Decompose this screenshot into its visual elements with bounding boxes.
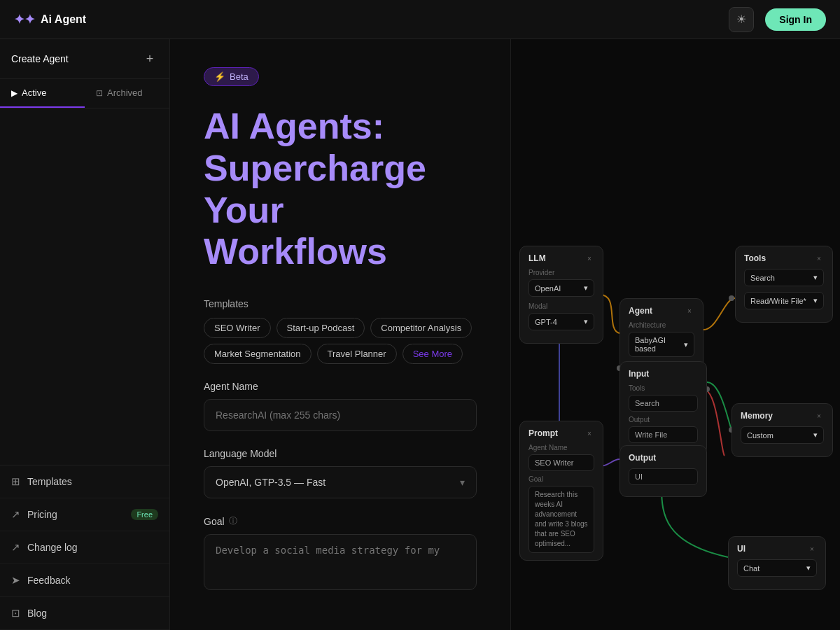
logo-icon: ✦✦ — [14, 12, 35, 27]
provider-label: Provider — [528, 269, 594, 276]
prompt-close-button[interactable]: × — [584, 428, 594, 438]
search-tool-value: Search — [750, 274, 775, 282]
memory-card-title: Memory — [741, 411, 773, 421]
template-tag-travel[interactable]: Travel Planner — [317, 344, 397, 364]
tools-card-title: Tools — [744, 253, 766, 263]
sidebar-item-templates[interactable]: ⊞ Templates — [0, 465, 169, 498]
modal-select[interactable]: GPT-4 ▾ — [528, 313, 594, 330]
provider-value: OpenAI — [535, 284, 561, 293]
svg-point-2 — [729, 295, 734, 301]
memory-close-button[interactable]: × — [814, 411, 824, 421]
prompt-goal-label: Goal — [528, 475, 594, 483]
sidebar-item-feedback[interactable]: ➤ Feedback — [0, 564, 169, 597]
prompt-agent-name-label: Agent Name — [528, 444, 594, 451]
ui-card-title: UI — [737, 544, 746, 554]
sidebar-item-changelog[interactable]: ↗ Change log — [0, 531, 169, 564]
goal-info-icon: ⓘ — [229, 515, 237, 527]
memory-type-select[interactable]: Custom ▾ — [741, 426, 824, 444]
right-panel: LLM × Provider OpenAI ▾ Modal GPT-4 ▾ To… — [511, 39, 840, 630]
beta-icon: ⚡ — [214, 71, 225, 82]
hero-title: AI Agents: Supercharge Your Workflows — [204, 106, 477, 273]
sidebar-header: Create Agent + — [0, 39, 169, 79]
feedback-icon: ➤ — [11, 574, 20, 587]
sidebar-item-blog[interactable]: ⊡ Blog — [0, 597, 169, 630]
beta-badge: ⚡ Beta — [204, 67, 259, 86]
templates-icon: ⊞ — [11, 475, 20, 488]
search-field: Search — [629, 395, 698, 412]
agent-close-button[interactable]: × — [685, 306, 694, 316]
architecture-value: BabyAGI based — [635, 336, 684, 353]
template-tag-competitor[interactable]: Competitor Analysis — [370, 318, 472, 338]
search-tool-select[interactable]: Search ▾ — [744, 269, 824, 286]
llm-card-title: LLM — [528, 253, 546, 263]
search-tool-chevron: ▾ — [813, 273, 818, 282]
chevron-down-icon: ▾ — [460, 477, 465, 488]
tools-card: Tools × Search ▾ Read/Write File* ▾ — [735, 246, 833, 323]
ui-close-button[interactable]: × — [807, 544, 817, 554]
input-tools-label: Tools — [629, 384, 698, 392]
see-more-button[interactable]: See More — [402, 344, 463, 364]
provider-chevron: ▾ — [584, 284, 588, 293]
agent-name-label: Agent Name — [204, 381, 477, 392]
input-card: Input Tools Search Output Write File — [620, 361, 707, 455]
output-card-title: Output — [629, 453, 656, 463]
ui-type-chevron: ▾ — [806, 564, 811, 573]
templates-section-label: Templates — [204, 298, 477, 309]
agent-card: Agent × Architecture BabyAGI based ▾ — [620, 298, 704, 370]
tab-active[interactable]: ▶ Active — [0, 79, 85, 108]
llm-card: LLM × Provider OpenAI ▾ Modal GPT-4 ▾ — [519, 246, 603, 344]
goal-input[interactable] — [204, 534, 477, 590]
prompt-card-title: Prompt — [528, 428, 558, 438]
tools-close-button[interactable]: × — [814, 253, 824, 263]
output-card: Output UI — [620, 445, 707, 497]
logo-text: Ai Agent — [41, 13, 86, 26]
pricing-icon: ↗ — [11, 508, 20, 521]
feedback-label: Feedback — [27, 575, 70, 586]
ui-type-select[interactable]: Chat ▾ — [737, 559, 817, 577]
language-model-select[interactable]: OpenAI, GTP-3.5 — Fast ▾ — [204, 466, 477, 498]
write-file-field: Write File — [629, 426, 698, 443]
beta-label: Beta — [230, 71, 248, 82]
sidebar-content — [0, 108, 169, 465]
pricing-badge: Free — [131, 509, 158, 520]
sun-icon: ☀ — [736, 13, 746, 26]
template-tag-podcast[interactable]: Start-up Podcast — [276, 318, 365, 338]
theme-toggle-button[interactable]: ☀ — [729, 7, 754, 32]
architecture-label: Architecture — [629, 321, 694, 329]
prompt-goal-value: Research this weeks AI advancement and w… — [528, 486, 594, 553]
prompt-agent-name-value: SEO Writer — [528, 454, 594, 471]
architecture-select[interactable]: BabyAGI based ▾ — [629, 332, 694, 357]
agent-name-section: Agent Name — [204, 381, 477, 431]
template-tag-seo[interactable]: SEO Writer — [204, 318, 271, 338]
llm-close-button[interactable]: × — [584, 253, 594, 263]
templates-label: Templates — [27, 476, 72, 487]
memory-card: Memory × Custom ▾ — [732, 403, 833, 457]
sidebar-bottom: ⊞ Templates ↗ Pricing Free ↗ Change log … — [0, 465, 169, 630]
play-icon: ▶ — [11, 88, 18, 98]
header-right: ☀ Sign In — [729, 7, 826, 32]
readwrite-tool-value: Read/Write File* — [750, 297, 806, 305]
agent-name-input[interactable] — [204, 399, 477, 431]
changelog-icon: ↗ — [11, 541, 20, 554]
sign-in-button[interactable]: Sign In — [765, 8, 826, 31]
sidebar-item-pricing[interactable]: ↗ Pricing Free — [0, 498, 169, 531]
language-model-label: Language Model — [204, 448, 477, 459]
center-content: ⚡ Beta AI Agents: Supercharge Your Workf… — [170, 39, 511, 630]
tab-active-label: Active — [22, 88, 46, 98]
main-layout: Create Agent + ▶ Active ⊡ Archived ⊞ Tem… — [0, 39, 840, 630]
archive-icon: ⊡ — [96, 88, 103, 98]
tab-archived[interactable]: ⊡ Archived — [85, 79, 169, 108]
blog-icon: ⊡ — [11, 607, 20, 620]
modal-label: Modal — [528, 302, 594, 310]
memory-type-value: Custom — [747, 431, 774, 440]
template-tag-market[interactable]: Market Segmentation — [204, 344, 312, 364]
architecture-chevron: ▾ — [684, 340, 688, 349]
template-tags: SEO Writer Start-up Podcast Competitor A… — [204, 318, 477, 364]
memory-type-chevron: ▾ — [813, 430, 818, 440]
modal-chevron: ▾ — [584, 317, 588, 326]
tabs-row: ▶ Active ⊡ Archived — [0, 79, 169, 108]
goal-label: Goal ⓘ — [204, 515, 477, 527]
create-agent-button[interactable]: + — [141, 50, 158, 67]
readwrite-tool-select[interactable]: Read/Write File* ▾ — [744, 292, 824, 309]
provider-select[interactable]: OpenAI ▾ — [528, 279, 594, 297]
